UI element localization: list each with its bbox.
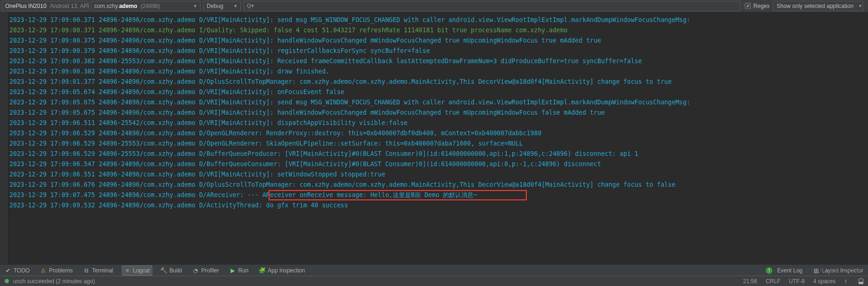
log-line[interactable]: 2023-12-29 17:09:00.382 24896-25553/com.… — [9, 56, 867, 66]
build-icon: 🔨 — [161, 267, 167, 274]
log-line[interactable]: 2023-12-29 17:09:00.371 24896-24896/com.… — [9, 15, 867, 25]
log-line[interactable]: 2023-12-29 17:09:05.675 24896-24896/com.… — [9, 97, 867, 108]
success-dot-icon — [5, 279, 9, 283]
tab-profiler[interactable]: ◔ Profiler — [190, 265, 221, 276]
status-bar: unch succeeded (2 minutes ago) 21:56 CRL… — [0, 276, 868, 286]
indent-setting[interactable]: 4 spaces — [813, 278, 836, 285]
layout-icon: ▦ — [813, 267, 819, 274]
status-message: unch succeeded (2 minutes ago) — [5, 278, 95, 285]
branch-icon[interactable]: ᚼ — [844, 278, 847, 285]
log-line[interactable]: 2023-12-29 17:09:00.371 24896-24896/com.… — [9, 25, 867, 36]
search-icon: Q▾ — [247, 3, 254, 9]
tab-logcat[interactable]: ≡ Logcat — [122, 265, 152, 276]
filter-selector[interactable]: Show only selected application ▼ — [773, 1, 863, 11]
log-line[interactable]: 2023-12-29 17:09:05.674 24896-24896/com.… — [9, 87, 867, 97]
device-name: OnePlus IN2010 — [5, 3, 46, 9]
caret-position[interactable]: 21:56 — [743, 278, 757, 285]
log-output[interactable]: 2023-12-29 17:09:00.371 24896-24896/com.… — [8, 12, 868, 264]
tab-app-inspection[interactable]: 🧩 App Inspection — [257, 265, 307, 276]
filter-label: Show only selected application — [777, 3, 853, 9]
log-line[interactable]: 2023-12-29 17:09:00.379 24896-24896/com.… — [9, 46, 867, 56]
search-input[interactable] — [256, 3, 737, 9]
log-line[interactable]: 2023-12-29 17:09:01.377 24896-24896/com.… — [9, 77, 867, 87]
terminal-icon: ⧉ — [83, 267, 90, 274]
logcat-topbar: OnePlus IN2010 Android 13, API … ▼ com.x… — [0, 0, 868, 12]
tab-event-log[interactable]: ! Event Log — [764, 265, 804, 276]
log-line[interactable]: 2023-12-29 17:09:06.551 24896-24896/com.… — [9, 169, 867, 180]
log-panel: 2023-12-29 17:09:00.371 24896-24896/com.… — [0, 12, 868, 264]
log-line[interactable]: 2023-12-29 17:09:09.532 24896-24896/com.… — [9, 200, 867, 211]
log-gutter — [0, 12, 8, 264]
log-line[interactable]: 2023-12-29 17:09:06.529 24896-25553/com.… — [9, 149, 867, 159]
log-line[interactable]: 2023-12-29 17:09:07.475 24896-24896/com.… — [9, 190, 867, 200]
process-name: com.xzhy.ademo — [94, 3, 137, 9]
tool-window-bar: ✔ TODO ⚠ Problems ⧉ Terminal ≡ Logcat 🔨 … — [0, 264, 868, 276]
inspection-icon: 🧩 — [259, 267, 265, 274]
checkbox-checked-icon: ✓ — [745, 3, 751, 9]
tab-layout-inspector[interactable]: ▦ Layout Inspector — [811, 265, 865, 276]
regex-label: Regex — [753, 3, 770, 9]
tab-build[interactable]: 🔨 Build — [159, 265, 184, 276]
chevron-down-icon: ▼ — [233, 4, 238, 8]
log-line[interactable]: 2023-12-29 17:09:00.375 24896-24896/com.… — [9, 36, 867, 46]
log-line[interactable]: 2023-12-29 17:09:06.547 24896-24896/com.… — [9, 159, 867, 169]
logcat-icon: ≡ — [124, 267, 131, 274]
log-line[interactable]: 2023-12-29 17:09:06.511 24896-25542/com.… — [9, 118, 867, 128]
log-search[interactable]: Q▾ — [244, 1, 740, 11]
chevron-down-icon: ▼ — [858, 4, 862, 8]
device-selector[interactable]: OnePlus IN2010 Android 13, API … ▼ — [2, 1, 88, 11]
highlight-box — [269, 190, 527, 200]
info-icon: ! — [766, 267, 772, 274]
play-icon: ▶ — [229, 267, 236, 274]
log-line[interactable]: 2023-12-29 17:09:06.676 24896-24896/com.… — [9, 180, 867, 190]
regex-checkbox[interactable]: ✓ Regex — [745, 3, 770, 9]
tab-run[interactable]: ▶ Run — [227, 265, 250, 276]
warning-icon: ⚠ — [40, 267, 46, 274]
process-pid: (24896) — [141, 3, 160, 9]
log-line[interactable]: 2023-12-29 17:09:00.382 24896-24896/com.… — [9, 66, 867, 77]
log-line[interactable]: 2023-12-29 17:09:06.529 24896-24896/com.… — [9, 128, 867, 139]
profiler-icon: ◔ — [192, 267, 199, 274]
line-separator[interactable]: CRLF — [766, 278, 780, 285]
log-line[interactable]: 2023-12-29 17:09:06.529 24896-25553/com.… — [9, 139, 867, 149]
loglevel-selector[interactable]: Debug ▼ — [203, 1, 241, 11]
lock-icon[interactable] — [859, 279, 863, 284]
loglevel-label: Debug — [207, 3, 223, 9]
tab-todo[interactable]: ✔ TODO — [3, 265, 31, 276]
log-line[interactable]: 2023-12-29 17:09:05.675 24896-24896/com.… — [9, 108, 867, 118]
chevron-down-icon: ▼ — [193, 4, 197, 8]
file-encoding[interactable]: UTF-8 — [789, 278, 805, 285]
device-sub: Android 13, API … — [50, 3, 96, 9]
tab-terminal[interactable]: ⧉ Terminal — [81, 265, 115, 276]
tab-problems[interactable]: ⚠ Problems — [38, 265, 75, 276]
todo-icon: ✔ — [5, 267, 11, 274]
process-selector[interactable]: com.xzhy.ademo (24896) ▼ — [91, 1, 201, 11]
